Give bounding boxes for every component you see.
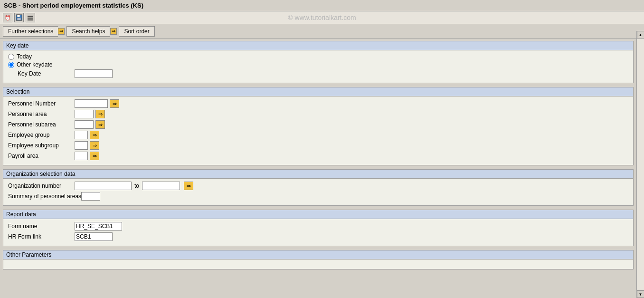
personnel-number-arrow[interactable]: ⇒ — [110, 99, 119, 108]
personnel-subarea-label: Personnel subarea — [8, 121, 75, 128]
scroll-up[interactable]: ▲ — [637, 31, 644, 38]
radio-today-label: Today — [17, 53, 32, 60]
payroll-area-arrow[interactable]: ⇒ — [90, 152, 99, 160]
section-selection: Selection Personnel Number ⇒ Personnel a… — [3, 87, 634, 165]
employee-group-arrow[interactable]: ⇒ — [90, 131, 99, 139]
hr-form-link-input[interactable] — [75, 232, 113, 241]
title-bar: SCB - Short period employement statistic… — [0, 0, 644, 11]
radio-other-keydate-label: Other keydate — [17, 61, 52, 68]
window-title: SCB - Short period employement statistic… — [4, 2, 143, 9]
payroll-area-row: Payroll area ⇒ — [8, 152, 628, 160]
form-name-input[interactable] — [75, 222, 122, 231]
employee-subgroup-row: Employee subgroup ⇒ — [8, 141, 628, 150]
main-content: Key date Today Other keydate Key Date — [0, 39, 636, 292]
search-helps-arrow[interactable]: ⇒ — [110, 28, 117, 35]
personnel-subarea-arrow[interactable]: ⇒ — [95, 120, 105, 129]
section-report-data-header: Report data — [3, 210, 633, 219]
employee-group-label: Employee group — [8, 132, 75, 138]
personnel-area-label: Personnel area — [8, 111, 75, 117]
tab-further-selections[interactable]: Further selections — [3, 26, 58, 37]
org-number-to-input[interactable] — [142, 182, 180, 190]
svg-rect-2 — [17, 18, 21, 20]
section-org-selection-body: Organization number to ⇒ Summary of pers… — [3, 179, 633, 205]
section-org-selection-header: Organization selection data — [3, 170, 633, 179]
section-key-date-body: Today Other keydate Key Date — [3, 50, 633, 83]
section-selection-body: Personnel Number ⇒ Personnel area ⇒ Pers… — [3, 96, 633, 165]
personnel-subarea-row: Personnel subarea ⇒ — [8, 120, 628, 129]
employee-subgroup-input[interactable] — [75, 141, 88, 150]
scrollbar[interactable]: ▲ ▼ — [636, 31, 644, 298]
keydate-input[interactable] — [75, 69, 113, 78]
clock-icon[interactable]: ⏰ — [3, 13, 12, 22]
section-other-parameters: Other Parameters — [3, 250, 634, 269]
personnel-subarea-input[interactable] — [75, 120, 94, 129]
section-org-selection: Organization selection data Organization… — [3, 169, 634, 206]
svg-rect-1 — [17, 15, 20, 17]
personnel-area-row: Personnel area ⇒ — [8, 110, 628, 118]
svg-rect-5 — [28, 19, 33, 20]
section-other-parameters-header: Other Parameters — [3, 250, 633, 260]
menu-icon[interactable] — [26, 13, 35, 22]
summary-personnel-areas-row: Summary of personnel areas — [8, 192, 628, 201]
hr-form-link-label: HR Form link — [8, 233, 75, 240]
section-selection-header: Selection — [3, 87, 633, 96]
personnel-number-label: Personnel Number — [8, 100, 75, 107]
scroll-down[interactable]: ▼ — [637, 290, 644, 298]
tab-sort-order[interactable]: Sort order — [119, 26, 154, 37]
svg-rect-3 — [28, 16, 33, 17]
radio-today[interactable] — [8, 54, 14, 60]
summary-personnel-areas-label: Summary of personnel areas — [8, 193, 81, 200]
tab-search-helps[interactable]: Search helps — [66, 26, 110, 37]
hr-form-link-row: HR Form link — [8, 232, 628, 241]
payroll-area-input[interactable] — [75, 152, 88, 160]
payroll-area-label: Payroll area — [8, 153, 75, 159]
employee-subgroup-arrow[interactable]: ⇒ — [90, 141, 99, 150]
org-number-arrow[interactable]: ⇒ — [184, 182, 193, 190]
save-icon[interactable] — [14, 13, 24, 22]
personnel-number-row: Personnel Number ⇒ — [8, 99, 628, 108]
tab-row: Further selections ⇒ Search helps ⇒ Sort… — [0, 24, 644, 39]
scroll-track[interactable] — [637, 38, 644, 290]
form-name-row: Form name — [8, 222, 628, 231]
toolbar: ⏰ © www.tutorialkart.com — [0, 11, 644, 24]
section-report-data-body: Form name HR Form link — [3, 219, 633, 246]
personnel-area-input[interactable] — [75, 110, 94, 118]
section-report-data: Report data Form name HR Form link — [3, 210, 634, 246]
form-name-label: Form name — [8, 223, 75, 230]
section-key-date: Key date Today Other keydate Key Date — [3, 41, 634, 83]
content-wrapper: Key date Today Other keydate Key Date — [0, 39, 636, 292]
svg-rect-4 — [28, 18, 33, 19]
further-selections-arrow[interactable]: ⇒ — [58, 28, 65, 35]
personnel-number-input[interactable] — [75, 99, 108, 108]
personnel-area-arrow[interactable]: ⇒ — [95, 110, 105, 118]
keydate-field-row: Key Date — [8, 69, 628, 78]
radio-otherkeydate-row: Other keydate — [8, 61, 628, 68]
watermark: © www.tutorialkart.com — [288, 14, 356, 21]
org-number-input[interactable] — [75, 182, 132, 190]
org-number-label: Organization number — [8, 183, 75, 189]
employee-subgroup-label: Employee subgroup — [8, 142, 75, 149]
to-label: to — [134, 183, 139, 189]
section-other-parameters-body — [3, 260, 633, 269]
radio-today-row: Today — [8, 53, 628, 60]
section-key-date-header: Key date — [3, 41, 633, 50]
radio-other-keydate[interactable] — [8, 62, 14, 68]
employee-group-row: Employee group ⇒ — [8, 131, 628, 139]
keydate-label: Key Date — [8, 70, 75, 77]
employee-group-input[interactable] — [75, 131, 88, 139]
summary-personnel-areas-input[interactable] — [81, 192, 100, 201]
org-number-row: Organization number to ⇒ — [8, 182, 628, 190]
